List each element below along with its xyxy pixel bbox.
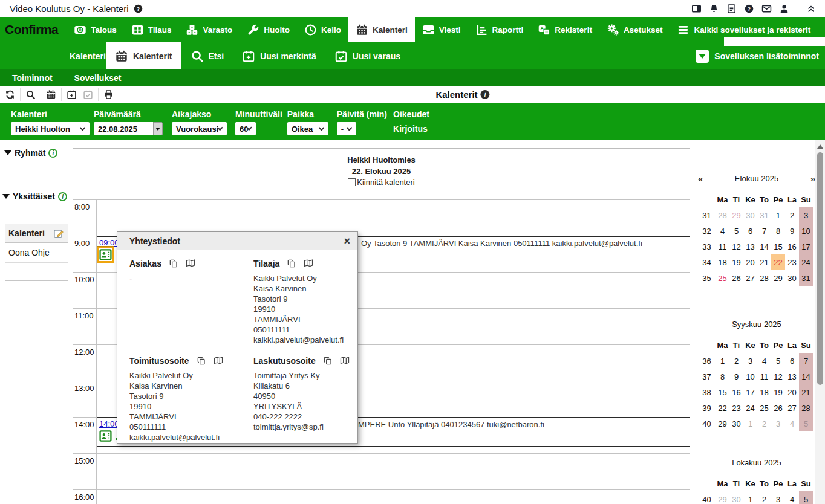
day-cell[interactable]: 17 <box>743 384 757 400</box>
day-cell[interactable]: 2 <box>757 416 771 431</box>
day-cell[interactable]: 26 <box>771 400 785 416</box>
notes-icon[interactable] <box>726 4 737 14</box>
day-cell[interactable]: 4 <box>785 491 799 504</box>
day-cell[interactable]: 24 <box>743 400 757 416</box>
day-cell[interactable]: 1 <box>743 491 757 504</box>
day-cell[interactable]: 4 <box>785 416 799 431</box>
hour-slot[interactable] <box>97 454 690 489</box>
day-cell[interactable]: 5 <box>771 353 785 369</box>
day-cell[interactable]: 13 <box>743 239 757 254</box>
day-cell[interactable]: 3 <box>771 416 785 431</box>
close-icon[interactable]: × <box>344 236 350 247</box>
day-cell[interactable]: 23 <box>785 254 799 270</box>
cal-check-toolbar-icon[interactable] <box>83 89 93 100</box>
copy-icon[interactable] <box>169 259 178 268</box>
day-cell[interactable]: 6 <box>785 353 799 369</box>
map-icon[interactable] <box>186 259 195 268</box>
day-cell[interactable]: 27 <box>785 400 799 416</box>
day-cell[interactable]: 1 <box>716 353 729 369</box>
day-cell[interactable]: 27 <box>743 270 757 286</box>
nav-item-asetukset[interactable]: Asetukset <box>599 17 670 42</box>
nav-item-raportti[interactable]: Raportti <box>468 17 531 42</box>
user-icon[interactable] <box>779 4 789 14</box>
day-cell[interactable]: 11 <box>757 369 771 384</box>
aikajakso-select[interactable]: Vuorokausi <box>172 122 227 135</box>
menubar-item-toiminnot[interactable]: Toiminnot <box>12 73 53 83</box>
day-cell[interactable]: 15 <box>716 384 729 400</box>
day-cell[interactable]: 29 <box>716 491 729 504</box>
day-cell[interactable]: 2 <box>729 353 743 369</box>
day-cell[interactable]: 15 <box>771 239 785 254</box>
day-cell[interactable]: 18 <box>757 384 771 400</box>
day-cell[interactable]: 4 <box>716 223 729 239</box>
day-cell[interactable]: 13 <box>785 369 799 384</box>
day-cell[interactable]: 30 <box>729 491 743 504</box>
day-cell[interactable]: 12 <box>771 369 785 384</box>
day-cell[interactable]: 20 <box>785 384 799 400</box>
app-extra-actions-button[interactable]: Sovelluksen lisätoiminnot <box>696 42 819 69</box>
day-cell[interactable]: 10 <box>743 369 757 384</box>
day-cell[interactable]: 3 <box>771 491 785 504</box>
bell-icon[interactable] <box>709 4 719 14</box>
nav-item-varasto[interactable]: Varasto <box>178 17 240 42</box>
nav-item-viesti[interactable]: Viesti <box>415 17 468 42</box>
info-icon[interactable]: i <box>58 192 67 201</box>
day-cell[interactable]: 16 <box>785 239 799 254</box>
day-cell[interactable]: 22 <box>716 400 729 416</box>
map-icon[interactable] <box>340 356 350 366</box>
sidebar-section-ryhmat[interactable]: Ryhmäti <box>4 148 57 158</box>
subnav-item-etsi[interactable]: Etsi <box>181 42 233 69</box>
window-icon[interactable] <box>691 4 702 14</box>
info-icon[interactable]: i <box>48 149 57 158</box>
day-cell[interactable]: 3 <box>743 353 757 369</box>
nav-item-kalenteri[interactable]: Kalenteri <box>348 17 415 42</box>
next-month-button[interactable]: » <box>803 173 815 184</box>
day-cell[interactable]: 20 <box>743 254 757 270</box>
day-cell[interactable]: 30 <box>729 416 743 431</box>
day-cell[interactable]: 5 <box>799 491 813 504</box>
day-cell[interactable]: 1 <box>771 207 785 223</box>
event-start-link[interactable]: 09:00 <box>99 238 119 247</box>
day-cell[interactable]: 5 <box>799 416 813 431</box>
day-cell[interactable]: 3 <box>799 207 813 223</box>
kalenteri-select[interactable]: Heikki Huolton <box>11 122 90 135</box>
day-cell[interactable]: 28 <box>716 207 729 223</box>
day-cell[interactable]: 21 <box>799 384 813 400</box>
subnav-item-uusi-merkinta[interactable]: Uusi merkintä <box>233 42 325 69</box>
day-cell[interactable]: 30 <box>785 270 799 286</box>
day-cell[interactable]: 19 <box>729 254 743 270</box>
day-cell[interactable]: 7 <box>757 223 771 239</box>
date-picker-button[interactable] <box>153 122 163 135</box>
day-cell[interactable]: 26 <box>729 270 743 286</box>
day-cell[interactable]: 22 <box>771 254 785 270</box>
date-input[interactable]: 22.08.2025 <box>94 122 153 135</box>
day-cell[interactable]: 18 <box>716 254 729 270</box>
contact-card-icon[interactable] <box>99 248 112 261</box>
calendar-list-row[interactable]: Oona Ohje <box>5 243 68 263</box>
day-cell[interactable]: 8 <box>716 369 729 384</box>
day-cell[interactable]: 28 <box>757 270 771 286</box>
pin-calendar-checkbox[interactable] <box>348 178 356 186</box>
day-cell[interactable]: 25 <box>716 270 729 286</box>
day-cell[interactable]: 2 <box>757 491 771 504</box>
day-cell[interactable]: 5 <box>729 223 743 239</box>
day-cell[interactable]: 7 <box>799 353 813 369</box>
subnav-item-uusi-varaus[interactable]: Uusi varaus <box>325 42 409 69</box>
day-cell[interactable]: 29 <box>716 416 729 431</box>
cal-plus-toolbar-icon[interactable] <box>67 89 77 100</box>
day-cell[interactable]: 24 <box>799 254 813 270</box>
day-cell[interactable]: 21 <box>757 254 771 270</box>
day-cell[interactable]: 1 <box>743 416 757 431</box>
hour-slot[interactable] <box>97 200 690 236</box>
nav-item-talous[interactable]: 0Talous <box>67 17 124 42</box>
day-cell[interactable]: 29 <box>771 270 785 286</box>
nav-item-kello[interactable]: Kello <box>297 17 348 42</box>
subnav-item-kalenterit[interactable]: Kalenterit <box>106 42 181 69</box>
page-help-icon[interactable]: ? <box>133 4 143 14</box>
copy-icon[interactable] <box>287 259 296 268</box>
day-cell[interactable]: 30 <box>743 207 757 223</box>
mail-icon[interactable] <box>761 4 772 14</box>
scrollbar-thumb[interactable] <box>817 152 823 385</box>
day-cell[interactable]: 10 <box>799 223 813 239</box>
event-start-link[interactable]: 14:00 <box>99 419 119 428</box>
